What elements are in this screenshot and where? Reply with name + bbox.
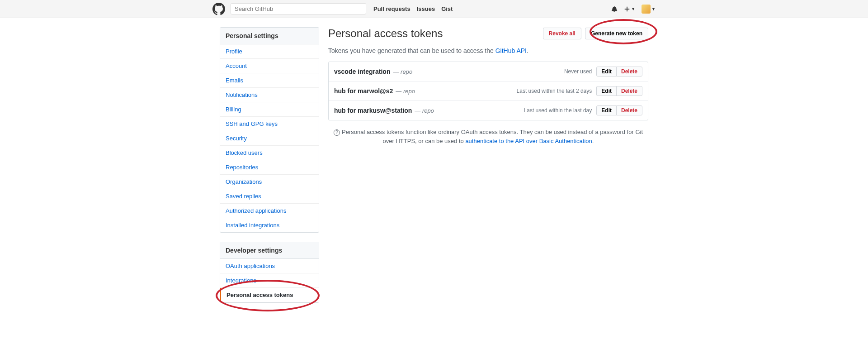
token-name[interactable]: vscode integration [334,68,390,75]
sidebar-header-personal: Personal settings [220,28,319,44]
delete-token-button[interactable]: Delete [616,105,642,115]
search-input[interactable] [231,3,366,14]
bell-icon[interactable] [611,6,618,12]
edit-token-button[interactable]: Edit [596,86,617,96]
token-name[interactable]: hub for marwol@s2 [334,87,393,95]
sidebar-developer-settings: Developer settings OAuth applications In… [220,242,319,303]
sidebar: Personal settings Profile Account Emails… [220,27,319,312]
main-content: Personal access tokens Revoke all Genera… [328,27,648,312]
sidebar-item-account[interactable]: Account [220,59,319,73]
sidebar-item-authorized-apps[interactable]: Authorized applications [220,204,319,218]
sidebar-item-billing[interactable]: Billing [220,102,319,117]
top-nav: Pull requests Issues Gist [373,5,453,12]
nav-issues[interactable]: Issues [417,5,435,12]
sidebar-item-profile[interactable]: Profile [220,44,319,59]
page-title: Personal access tokens [328,27,443,40]
token-last-used: Never used [564,68,592,75]
generate-new-token-button[interactable]: Generate new token [585,28,648,39]
token-scope: repo [393,68,412,75]
sidebar-item-emails[interactable]: Emails [220,73,319,88]
basic-auth-link[interactable]: authenticate to the API over Basic Authe… [465,138,592,144]
delete-token-button[interactable]: Delete [616,67,642,77]
plus-dropdown-icon[interactable]: ▼ [624,6,635,12]
token-row: vscode integration repo Never used Edit … [329,62,648,81]
sidebar-item-security[interactable]: Security [220,131,319,146]
revoke-all-button[interactable]: Revoke all [543,28,581,39]
token-scope: repo [415,107,434,114]
sidebar-item-oauth-apps[interactable]: OAuth applications [220,259,319,273]
token-scope: repo [396,88,415,95]
avatar-dropdown[interactable]: ▼ [642,5,656,14]
sidebar-item-repositories[interactable]: Repositories [220,160,319,175]
sidebar-item-integrations[interactable]: Integrations [220,273,319,288]
nav-pull-requests[interactable]: Pull requests [373,5,410,12]
question-icon: ? [334,129,340,136]
token-list: vscode integration repo Never used Edit … [328,62,648,120]
page-description: Tokens you have generated that can be us… [328,47,648,54]
edit-token-button[interactable]: Edit [596,67,617,77]
topbar: Pull requests Issues Gist ▼ ▼ [0,0,868,18]
token-row: hub for marwol@s2 repo Last used within … [329,81,648,101]
nav-gist[interactable]: Gist [441,5,453,12]
sidebar-item-notifications[interactable]: Notifications [220,88,319,102]
footer-note: ?Personal access tokens function like or… [328,128,648,145]
edit-token-button[interactable]: Edit [596,105,617,115]
sidebar-header-developer: Developer settings [220,242,319,259]
github-logo-icon[interactable] [212,3,225,15]
token-last-used: Last used within the last 2 days [517,88,592,94]
sidebar-item-installed-integrations[interactable]: Installed integrations [220,218,319,232]
sidebar-personal-settings: Personal settings Profile Account Emails… [220,27,319,233]
token-last-used: Last used within the last day [524,107,592,114]
sidebar-item-organizations[interactable]: Organizations [220,175,319,189]
delete-token-button[interactable]: Delete [616,86,642,96]
sidebar-item-personal-access-tokens[interactable]: Personal access tokens [220,288,319,302]
token-name[interactable]: hub for markusw@station [334,107,412,114]
sidebar-item-saved-replies[interactable]: Saved replies [220,189,319,204]
github-api-link[interactable]: GitHub API [495,47,527,54]
sidebar-item-blocked-users[interactable]: Blocked users [220,146,319,160]
sidebar-item-ssh-gpg[interactable]: SSH and GPG keys [220,117,319,131]
token-row: hub for markusw@station repo Last used w… [329,101,648,120]
